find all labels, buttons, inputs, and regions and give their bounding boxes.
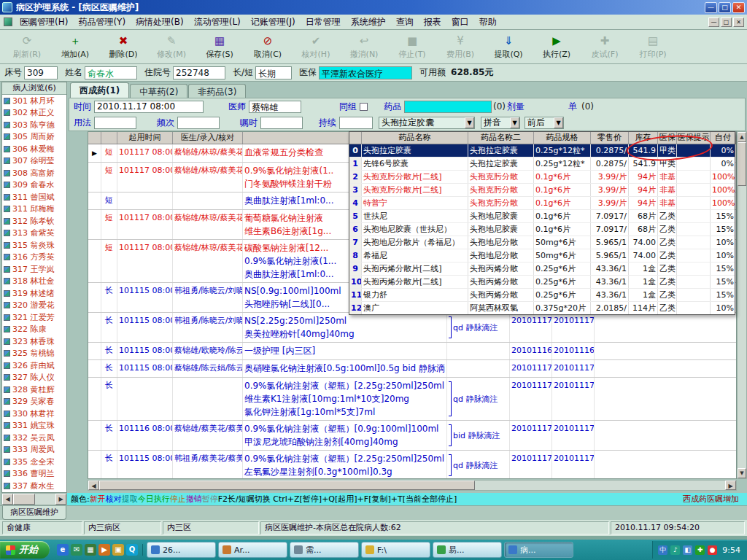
toolbar-execute-button[interactable]: ▶执行(Z) [533, 31, 581, 62]
order-row[interactable]: 长101115 08:00韩祖勇/陈晓云/刘晓玲NS[2.25g:250ml]2… [88, 313, 736, 343]
drug-lookup-row[interactable]: 11银力舒头孢丙烯分散0.25g*6片43.36/11盒乙类15% [349, 289, 735, 302]
scroll-down-icon[interactable]: ▼ [738, 468, 746, 478]
taskbar-task-button[interactable]: 病... [504, 542, 573, 558]
patient-list-item[interactable]: 318 林壮金 [2, 276, 66, 288]
tab-herbal-medicine[interactable]: 中草药(2) [130, 84, 187, 98]
taskbar-task-button[interactable]: 易... [433, 542, 502, 558]
menu-item[interactable]: 记账管理(J) [246, 15, 301, 30]
order-row[interactable]: 长101115 08:00蔡锦雄/欧晓玲/陈云娟一级护理 [内三区]201011… [88, 343, 736, 360]
mdi-close-button[interactable]: ✕ [733, 18, 744, 27]
patient-list-item[interactable]: 333 周爱凤 [2, 444, 66, 456]
drug-lookup-row[interactable]: 5世扶尼头孢地尼胶囊0.1g*6片7.0917/68片乙类15% [349, 210, 735, 223]
antivirus-icon[interactable]: ✚ [695, 545, 705, 555]
menu-item[interactable]: 流动管理(L) [189, 15, 246, 30]
patient-list-item[interactable]: 332 吴云凤 [2, 432, 66, 444]
patient-list-item[interactable]: 313 俞紫英 [2, 228, 66, 240]
mail-icon[interactable]: ✉ [71, 544, 82, 556]
scroll-right-icon[interactable]: ▶ [725, 481, 736, 490]
menu-item[interactable]: 医嘱管理(H) [15, 15, 73, 30]
patient-list-item[interactable]: 312 陈孝钦 [2, 215, 66, 228]
patient-list-item[interactable]: 320 游爱花 [2, 300, 66, 312]
drug-name-combo[interactable]: 头孢拉定胶囊 ▼ [379, 117, 475, 129]
taskbar-task-button[interactable]: Ar... [218, 542, 287, 558]
patient-list-item[interactable]: 329 吴家春 [2, 396, 66, 408]
time-input[interactable]: 2010.11.17 08:00 [94, 101, 204, 113]
toolbar-delete-button[interactable]: ✖删除(D) [99, 31, 147, 62]
toolbar-extract-button[interactable]: ⇓提取(Q) [484, 31, 533, 62]
patient-list-item[interactable]: 311 曾国斌 [2, 191, 66, 203]
orders-horizontal-scrollbar[interactable]: ◀ ▶ [88, 480, 737, 491]
toolbar-add-button[interactable]: ＋增加(A) [51, 31, 99, 62]
scroll-up-icon[interactable]: ▲ [738, 132, 746, 142]
tab-ward-order-maintenance[interactable]: 病区医嘱维护 [2, 506, 66, 520]
admission-number-input[interactable]: 252748 [173, 66, 225, 79]
scrollbar-thumb[interactable] [13, 494, 35, 505]
drug-lookup-row[interactable]: 9头孢丙烯分散片[二线]头孢丙烯分散0.25g*6片43.36/11盒乙类15% [349, 262, 735, 276]
menu-item[interactable]: 药品管理(Y) [73, 15, 131, 30]
frequency-input[interactable] [177, 117, 220, 129]
patient-list-item[interactable]: 322 陈康 [2, 324, 66, 336]
mdi-restore-button[interactable]: □ [721, 18, 732, 27]
drug-search-input[interactable] [404, 101, 492, 113]
drug-lookup-row[interactable]: 6头孢地尼胶囊（世扶尼）头孢地尼胶囊0.1g*6片7.0917/68片乙类15% [349, 223, 735, 236]
volume-icon[interactable]: ♪ [670, 545, 680, 555]
menu-item[interactable]: 病情处理(B) [131, 15, 189, 30]
drug-lookup-row[interactable]: 10头孢丙烯分散片[二线]头孢丙烯分散0.25g*6片43.36/11盒乙类15… [349, 276, 735, 289]
show-desktop-icon[interactable]: ▦ [85, 544, 96, 556]
maximize-button[interactable]: □ [719, 2, 731, 13]
patient-browser-title[interactable]: 病人浏览(6) [2, 82, 66, 95]
patient-list-item[interactable]: 328 黄桂辉 [2, 384, 66, 396]
patient-list-item[interactable]: 306 林爱梅 [2, 143, 66, 155]
patient-list-item[interactable]: 315 翁炎珠 [2, 239, 66, 252]
sidebar-horizontal-scrollbar[interactable]: ◀ ▶ [1, 493, 67, 505]
scrollbar-track[interactable] [475, 481, 725, 490]
patient-name-input[interactable]: 俞春水 [85, 66, 137, 79]
patient-list-item[interactable]: 319 林述绪 [2, 287, 66, 300]
folder-icon[interactable]: ▣ [112, 544, 124, 556]
chevron-down-icon[interactable]: ▼ [510, 117, 519, 128]
taskbar-clock[interactable]: 9:54 [722, 545, 740, 555]
patient-list-item[interactable]: 302 林正义 [2, 107, 66, 120]
patient-list-item[interactable]: 325 翁桃锦 [2, 348, 66, 360]
patient-list-item[interactable]: 317 王学岚 [2, 263, 66, 276]
patient-list-item[interactable]: 337 蔡水生 [2, 480, 66, 492]
patient-list-item[interactable]: 331 姚宝珠 [2, 420, 66, 432]
scrollbar-track[interactable] [738, 186, 746, 468]
patient-list-item[interactable]: 309 俞春水 [2, 179, 66, 192]
patient-list-item[interactable]: 335 念全宋 [2, 456, 66, 468]
order-row[interactable]: 长101116 08:00蔡锦雄/蔡美花/蔡美花0.9%氯化钠注射液（塑瓶）[0… [88, 421, 736, 451]
term-select[interactable]: 长期 [255, 66, 292, 79]
patient-list-item[interactable]: 336 曹明兰 [2, 468, 66, 481]
usage-input[interactable] [94, 117, 136, 129]
menu-item[interactable]: 窗口 [446, 15, 474, 30]
close-button[interactable]: ✕ [732, 2, 745, 13]
menu-item[interactable]: 系统维护 [346, 15, 391, 30]
toolbar-save-button[interactable]: ▦保存(S) [196, 31, 244, 62]
patient-list-item[interactable]: 303 陈亨德 [2, 119, 66, 131]
menu-item[interactable]: 帮助 [474, 15, 502, 30]
messenger-tray-icon[interactable]: ● [708, 545, 717, 555]
taskbar-task-button[interactable]: F:\ [361, 542, 430, 558]
network-icon[interactable]: ◧ [683, 545, 692, 555]
order-row[interactable]: 长101115 08:00蔡锦雄/陈云娟/陈云娟奥硝唑氯化钠注射液[0.5g:1… [88, 360, 736, 378]
duration-input[interactable] [339, 117, 373, 129]
ie-icon[interactable]: e [57, 544, 69, 556]
menu-item[interactable]: 报表 [419, 15, 446, 30]
menu-item[interactable]: 查询 [391, 15, 419, 30]
pinyin-search-combo[interactable]: 拼音 ▼ [481, 117, 520, 129]
patient-list-item[interactable]: 311 邱梅梅 [2, 203, 66, 216]
orders-vertical-scrollbar[interactable]: ▲ ▼ [737, 131, 747, 479]
drug-lookup-row[interactable]: 2头孢克肟分散片[二线]头孢克肟分散0.1g*6片3.99/片94片非基100% [349, 171, 735, 184]
chevron-down-icon[interactable]: ▼ [554, 117, 563, 128]
bed-input[interactable]: 309 [24, 66, 58, 79]
patient-list-item[interactable]: 326 薛由斌 [2, 359, 66, 372]
drug-lookup-row[interactable]: 12澳广阿莫西林双氯0.375g*20片2.0185/114片乙类10% [349, 302, 735, 315]
scrollbar-thumb[interactable] [738, 142, 746, 186]
mdi-minimize-button[interactable]: — [708, 18, 719, 27]
scrollbar-thumb[interactable] [99, 481, 475, 490]
chevron-down-icon[interactable]: ▼ [465, 117, 474, 128]
scroll-left-icon[interactable]: ◀ [88, 481, 99, 490]
order-position-combo[interactable]: 前后 ▼ [525, 117, 564, 129]
start-button[interactable]: 开始 [0, 541, 50, 559]
patient-list-item[interactable]: 330 林君祥 [2, 408, 66, 420]
